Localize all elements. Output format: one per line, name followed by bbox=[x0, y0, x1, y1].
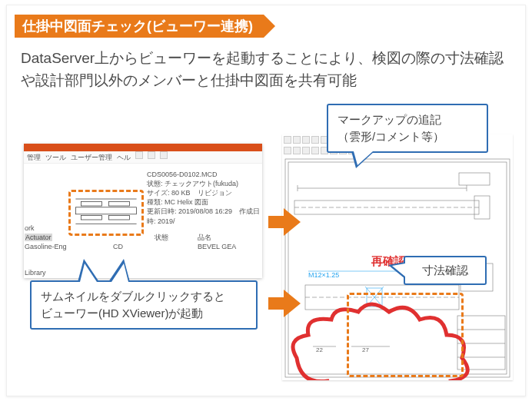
thumbnail-highlight bbox=[68, 190, 144, 236]
tree-node: Gasoline-Eng bbox=[25, 242, 67, 252]
callout-markup: マークアップの追記 （雲形/コメント等） bbox=[327, 104, 488, 153]
section-description: DataServer上からビューワーを起動することにより、検図の際の寸法確認や設… bbox=[21, 47, 513, 92]
thumbnail-drawing-icon bbox=[71, 192, 141, 234]
window-menubar: 管理 ツール ユーザー管理 ヘル bbox=[24, 151, 262, 164]
svg-rect-2 bbox=[109, 202, 130, 206]
cell-value: BEVEL GEA bbox=[198, 242, 236, 252]
banner-title: 仕掛中図面チェック(ビューワー連携) bbox=[22, 18, 253, 34]
toolbar-icon bbox=[284, 147, 291, 154]
callout-text: サムネイルをダブルクリックすると ビューワー(HD XViewer)が起動 bbox=[41, 290, 225, 320]
callout-tail-icon bbox=[78, 259, 99, 282]
column-header: 品名 bbox=[198, 233, 211, 243]
arrow-icon bbox=[268, 290, 301, 317]
callout-text: マークアップの追記 （雲形/コメント等） bbox=[337, 113, 444, 143]
svg-rect-1 bbox=[81, 202, 102, 206]
menu-item: 管理 bbox=[27, 151, 41, 163]
dim-num: 22 bbox=[316, 346, 323, 353]
dimension-text: M12×1.25 bbox=[308, 271, 339, 279]
toolbar-icon bbox=[284, 136, 291, 144]
tree-node-selected: Actuator bbox=[25, 234, 52, 241]
toolbar-icon bbox=[311, 136, 319, 144]
meta-file: CDS0056-D0102.MCD bbox=[147, 170, 218, 180]
dataserver-screenshot: 管理 ツール ユーザー管理 ヘル CDS0056-D0102.MCD 状態: チ… bbox=[24, 144, 262, 278]
arrow-icon bbox=[268, 208, 301, 236]
tree-node: Library bbox=[25, 268, 46, 278]
toolbar-icon bbox=[302, 136, 310, 144]
section-banner: 仕掛中図面チェック(ビューワー連携) bbox=[15, 15, 264, 38]
toolbar-icon bbox=[148, 151, 155, 159]
column-header: 状態 bbox=[155, 233, 168, 243]
slide-container: 仕掛中図面チェック(ビューワー連携) DataServer上からビューワーを起動… bbox=[6, 5, 526, 396]
meta-status: 状態: チェックアウト(fukuda) bbox=[147, 179, 238, 189]
window-titlebar bbox=[24, 144, 262, 151]
dimension-highlight bbox=[347, 293, 464, 377]
toolbar-icon bbox=[135, 151, 143, 159]
toolbar-icon bbox=[293, 136, 301, 144]
callout-text: 寸法確認 bbox=[422, 263, 468, 277]
svg-rect-0 bbox=[75, 207, 136, 214]
callout-tail-icon bbox=[388, 262, 405, 279]
toolbar-icon bbox=[302, 147, 310, 154]
callout-tail-icon bbox=[351, 151, 374, 168]
tree-node: ork bbox=[25, 224, 35, 234]
svg-rect-15 bbox=[459, 173, 490, 185]
tree-node: CD bbox=[113, 242, 123, 252]
callout-dimension: 寸法確認 bbox=[404, 256, 487, 285]
toolbar-icon bbox=[311, 147, 319, 154]
meta-updated: 更新日時: 2019/08/08 16:29 作成日時: 2019/ bbox=[147, 207, 262, 226]
screenshot-body: CDS0056-D0102.MCD 状態: チェックアウト(fukuda) サイ… bbox=[24, 164, 262, 170]
toolbar-icon bbox=[160, 151, 168, 159]
menu-item: ユーザー管理 bbox=[71, 151, 112, 163]
tree-node: STDParts bbox=[25, 277, 55, 278]
svg-rect-4 bbox=[109, 216, 130, 220]
callout-tail-icon bbox=[108, 259, 130, 282]
menu-item: ヘル bbox=[117, 151, 131, 163]
meta-size: サイズ: 80 KB リビジョン bbox=[147, 188, 232, 198]
svg-rect-3 bbox=[81, 216, 102, 220]
meta-type: 種類: MC Helix 図面 bbox=[147, 197, 208, 207]
callout-thumbnail: サムネイルをダブルクリックすると ビューワー(HD XViewer)が起動 bbox=[30, 280, 258, 330]
toolbar-icon bbox=[293, 147, 301, 154]
menu-item: ツール bbox=[45, 151, 66, 163]
